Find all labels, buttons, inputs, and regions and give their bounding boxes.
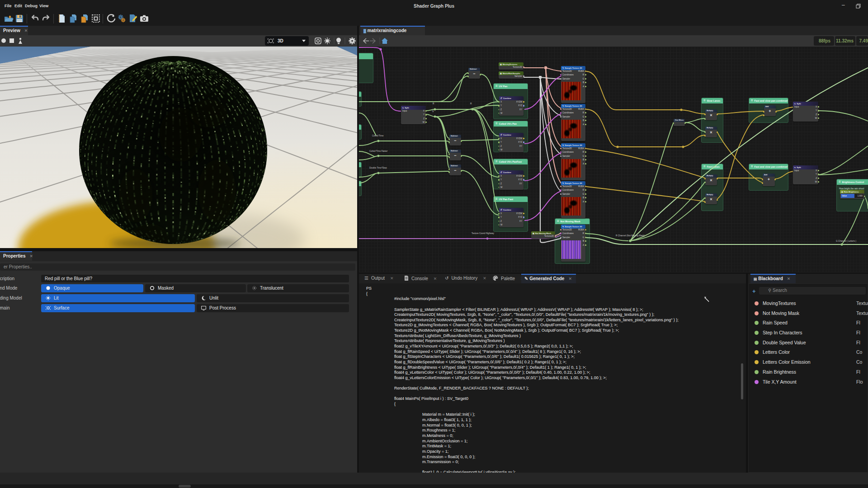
svg-text:3D: 3D	[278, 38, 283, 43]
svg-text:7.49: 7.49	[859, 38, 868, 43]
svg-text:88fps: 88fps	[819, 38, 831, 43]
svg-text:11.32ms: 11.32ms	[836, 38, 854, 43]
